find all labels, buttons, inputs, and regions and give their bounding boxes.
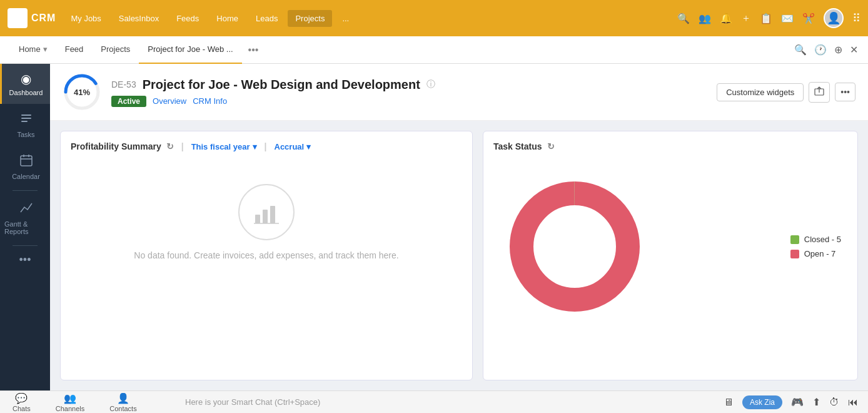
settings-icon[interactable]: ✂️ <box>802 13 815 24</box>
svg-rect-3 <box>21 121 28 122</box>
sec-nav-project-detail[interactable]: Project for Joe - Web ... <box>139 36 241 64</box>
closed-label: Closed - 5 <box>804 235 841 244</box>
nav-home[interactable]: Home <box>209 10 246 27</box>
svg-rect-4 <box>21 156 32 166</box>
plus-icon[interactable]: ＋ <box>741 12 751 25</box>
calendar-sidebar-icon <box>19 153 33 170</box>
secondary-navigation: Home ▾ Feed Projects Project for Joe - W… <box>0 36 868 64</box>
nav-projects[interactable]: Projects <box>288 10 332 27</box>
overview-link[interactable]: Overview <box>153 96 186 106</box>
bottom-left: 💬 Chats 👥 Channels 👤 Contacts <box>0 392 175 412</box>
logo-icon <box>8 8 28 28</box>
sidebar-item-gantt-label: Gantt & Reports <box>4 220 48 235</box>
profitability-title: Profitability Summary <box>71 141 161 151</box>
closed-dot <box>790 235 799 244</box>
legend-closed: Closed - 5 <box>790 235 841 244</box>
calendar-icon[interactable]: 📋 <box>760 13 772 24</box>
sec-nav-home[interactable]: Home ▾ <box>10 36 56 64</box>
svg-rect-1 <box>21 115 31 116</box>
bottom-contacts[interactable]: 👤 Contacts <box>97 392 149 412</box>
mail-icon[interactable]: ✉️ <box>781 13 794 24</box>
svg-rect-13 <box>263 210 268 223</box>
more-options-button[interactable]: ••• <box>835 83 855 101</box>
svg-point-18 <box>536 208 613 285</box>
progress-text: 41% <box>74 88 90 97</box>
top-navigation: CRM My Jobs SalesInbox Feeds Home Leads … <box>0 0 868 36</box>
bell-icon[interactable]: 🔔 <box>720 13 732 24</box>
users-icon[interactable]: 👥 <box>699 13 711 24</box>
bottom-chats[interactable]: 💬 Chats <box>0 392 43 412</box>
content-area: 41% DE-53 Project for Joe - Web Design a… <box>50 64 868 390</box>
task-status-header: Task Status ↻ <box>493 141 847 151</box>
project-code: DE-53 <box>111 79 136 89</box>
profitability-empty-state: No data found. Create invoices, add expe… <box>71 159 462 285</box>
crm-info-link[interactable]: CRM Info <box>193 96 227 106</box>
profitability-refresh-icon[interactable]: ↻ <box>166 141 174 151</box>
sidebar-divider-2 <box>13 245 38 246</box>
project-header: 41% DE-53 Project for Joe - Web Design a… <box>50 64 868 121</box>
sidebar-item-gantt[interactable]: Gantt & Reports <box>0 193 50 243</box>
ask-zia-button[interactable]: Ask Zia <box>742 395 782 409</box>
screen-icon[interactable]: 🖥 <box>724 397 734 408</box>
open-dot <box>790 250 799 258</box>
timer-icon[interactable]: ⏱ <box>829 397 839 408</box>
tasks-icon <box>19 111 33 128</box>
bottom-channels[interactable]: 👥 Channels <box>43 392 97 412</box>
sidebar-item-dashboard[interactable]: ◉ Dashboard <box>0 64 50 104</box>
task-status-refresh-icon[interactable]: ↻ <box>547 141 555 151</box>
sidebar-more[interactable]: ••• <box>14 248 36 272</box>
nav-leads[interactable]: Leads <box>248 10 285 27</box>
fiscal-year-filter[interactable]: This fiscal year ▾ <box>191 142 257 151</box>
sec-search-icon[interactable]: 🔍 <box>794 44 807 56</box>
task-status-content: Closed - 5 Open - 7 <box>493 159 847 334</box>
sec-nav-feed[interactable]: Feed <box>56 36 93 64</box>
status-badge: Active <box>111 96 146 107</box>
nav-icons: 🔍 👥 🔔 ＋ 📋 ✉️ ✂️ 👤 ⠿ <box>677 8 860 28</box>
project-title: Project for Joe - Web Design and Develop… <box>143 78 420 92</box>
smart-chat-placeholder: Here is your Smart Chat (Ctrl+Space) <box>185 397 320 407</box>
nav-more[interactable]: ... <box>335 10 356 27</box>
task-status-title: Task Status <box>493 141 542 151</box>
sidebar-item-tasks-label: Tasks <box>17 131 34 138</box>
smart-chat-area[interactable]: Here is your Smart Chat (Ctrl+Space) <box>175 397 724 407</box>
history-icon[interactable]: ⏮ <box>848 397 858 408</box>
profitability-widget: Profitability Summary ↻ | This fiscal ye… <box>60 131 473 380</box>
sec-nav-more[interactable]: ••• <box>242 44 265 56</box>
sidebar-divider <box>13 190 38 191</box>
grid-icon[interactable]: ⠿ <box>852 11 860 25</box>
info-icon[interactable]: ⓘ <box>426 79 435 90</box>
sec-close-icon[interactable]: ✕ <box>850 44 858 56</box>
empty-chart-icon <box>238 184 295 240</box>
customize-widgets-button[interactable]: Customize widgets <box>717 83 804 101</box>
bottom-bar: 💬 Chats 👥 Channels 👤 Contacts Here is yo… <box>0 390 868 413</box>
sidebar-item-dashboard-label: Dashboard <box>9 89 43 96</box>
header-actions: Customize widgets ••• <box>717 82 855 103</box>
svg-rect-14 <box>270 206 275 223</box>
contacts-label: Contacts <box>109 405 136 412</box>
gamepad-icon[interactable]: 🎮 <box>791 396 804 408</box>
sec-plus-icon[interactable]: ⊕ <box>834 44 842 56</box>
sidebar-item-calendar[interactable]: Calendar <box>0 146 50 188</box>
logo-text: CRM <box>31 13 56 24</box>
sec-nav-projects[interactable]: Projects <box>92 36 139 64</box>
sec-clock-icon[interactable]: 🕐 <box>814 44 827 56</box>
dashboard-icon: ◉ <box>21 71 31 86</box>
share-button[interactable] <box>809 82 830 103</box>
upload-icon[interactable]: ⬆ <box>812 396 820 408</box>
svg-rect-12 <box>255 215 260 223</box>
search-icon[interactable]: 🔍 <box>677 13 690 24</box>
svg-point-0 <box>19 13 22 16</box>
profitability-empty-text: No data found. Create invoices, add expe… <box>134 250 398 260</box>
nav-salesinbox[interactable]: SalesInbox <box>111 10 166 27</box>
profitability-header: Profitability Summary ↻ | This fiscal ye… <box>71 141 462 151</box>
chats-label: Chats <box>13 405 31 412</box>
logo[interactable]: CRM <box>8 8 56 28</box>
nav-feeds[interactable]: Feeds <box>169 10 206 27</box>
avatar[interactable]: 👤 <box>824 8 844 28</box>
sidebar-item-tasks[interactable]: Tasks <box>0 104 50 146</box>
nav-my-jobs[interactable]: My Jobs <box>63 10 108 27</box>
accrual-filter[interactable]: Accrual ▾ <box>275 142 311 151</box>
bottom-right: 🖥 Ask Zia 🎮 ⬆ ⏱ ⏮ <box>724 395 868 409</box>
donut-legend: Closed - 5 Open - 7 <box>790 235 841 258</box>
svg-rect-2 <box>21 118 31 119</box>
